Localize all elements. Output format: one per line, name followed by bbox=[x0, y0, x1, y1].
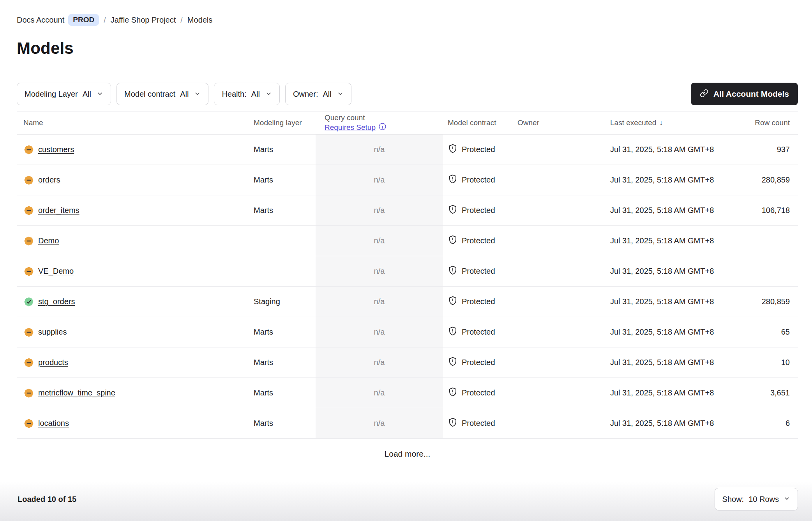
last-executed-cell: Jul 31, 2025, 5:18 AM GMT+8 bbox=[604, 256, 733, 286]
query-count-cell: n/a bbox=[316, 226, 443, 256]
query-count-cell: n/a bbox=[316, 287, 443, 317]
model-name-link[interactable]: order_items bbox=[38, 206, 79, 215]
table-body: customers Marts n/a Protected Jul 31, 20… bbox=[17, 135, 798, 439]
last-executed-cell: Jul 31, 2025, 5:18 AM GMT+8 bbox=[604, 226, 733, 256]
filter-bar: Modeling Layer All Model contract All He… bbox=[17, 83, 351, 105]
toolbar: Modeling Layer All Model contract All He… bbox=[17, 83, 798, 105]
info-icon bbox=[378, 122, 387, 133]
owner-cell bbox=[513, 226, 604, 256]
column-header-row-count[interactable]: Row count bbox=[733, 112, 798, 134]
health-warning-icon bbox=[23, 205, 34, 216]
owner-cell bbox=[513, 135, 604, 165]
chevron-down-icon bbox=[97, 90, 103, 99]
owner-cell bbox=[513, 378, 604, 408]
shield-exclamation-icon bbox=[448, 204, 458, 216]
column-header-model-contract[interactable]: Model contract bbox=[443, 112, 513, 134]
model-name-link[interactable]: locations bbox=[38, 419, 69, 428]
shield-exclamation-icon bbox=[448, 174, 458, 186]
chevron-down-icon bbox=[265, 90, 272, 99]
show-rows-select[interactable]: Show: 10 Rows bbox=[715, 488, 798, 510]
filter-label: Health: bbox=[222, 90, 246, 99]
last-executed-cell: Jul 31, 2025, 5:18 AM GMT+8 bbox=[604, 317, 733, 347]
row-count-cell: 10 bbox=[733, 347, 798, 377]
last-executed-cell: Jul 31, 2025, 5:18 AM GMT+8 bbox=[604, 165, 733, 195]
column-header-name[interactable]: Name bbox=[17, 112, 254, 134]
health-warning-icon bbox=[23, 418, 34, 429]
model-name-cell: stg_orders bbox=[17, 287, 254, 317]
environment-badge: PROD bbox=[68, 14, 99, 26]
query-count-cell: n/a bbox=[316, 317, 443, 347]
contract-label: Protected bbox=[462, 328, 495, 337]
breadcrumb-account[interactable]: Docs Account bbox=[17, 16, 64, 25]
model-name-cell: products bbox=[17, 347, 254, 377]
shield-exclamation-icon bbox=[448, 417, 458, 429]
modeling-layer-cell: Marts bbox=[254, 317, 316, 347]
link-icon bbox=[700, 89, 708, 99]
column-header-query-count: Query count Requires Setup bbox=[316, 112, 443, 134]
owner-cell bbox=[513, 317, 604, 347]
table-row: locations Marts n/a Protected Jul 31, 20… bbox=[17, 408, 798, 439]
model-contract-cell: Protected bbox=[443, 226, 513, 256]
contract-label: Protected bbox=[462, 419, 495, 428]
modeling-layer-cell: Marts bbox=[254, 135, 316, 165]
modeling-layer-cell: Marts bbox=[254, 408, 316, 438]
column-header-last-executed[interactable]: Last executed ↓ bbox=[604, 112, 733, 134]
filter-label: Modeling Layer bbox=[25, 90, 78, 99]
query-count-label: Query count bbox=[325, 113, 365, 122]
breadcrumb-current: Models bbox=[187, 16, 212, 25]
owner-cell bbox=[513, 347, 604, 377]
shield-exclamation-icon bbox=[448, 296, 458, 308]
owner-cell bbox=[513, 287, 604, 317]
table-row: Demo n/a Protected Jul 31, 2025, 5:18 AM… bbox=[17, 226, 798, 256]
model-name-link[interactable]: VE_Demo bbox=[38, 267, 74, 276]
filter-model-contract[interactable]: Model contract All bbox=[117, 83, 208, 105]
breadcrumb-project[interactable]: Jaffle Shop Project bbox=[111, 16, 176, 25]
row-count-cell bbox=[733, 226, 798, 256]
model-name-link[interactable]: Demo bbox=[38, 236, 59, 245]
filter-owner[interactable]: Owner: All bbox=[285, 83, 351, 105]
breadcrumb-separator: / bbox=[104, 16, 106, 25]
model-name-link[interactable]: stg_orders bbox=[38, 297, 75, 306]
row-count-cell: 280,859 bbox=[733, 165, 798, 195]
modeling-layer-cell: Marts bbox=[254, 347, 316, 377]
last-executed-cell: Jul 31, 2025, 5:18 AM GMT+8 bbox=[604, 287, 733, 317]
table-footer: Loaded 10 of 15 Show: 10 Rows bbox=[17, 488, 798, 510]
table-row: supplies Marts n/a Protected Jul 31, 202… bbox=[17, 317, 798, 347]
model-name-link[interactable]: metricflow_time_spine bbox=[38, 388, 115, 397]
model-name-link[interactable]: orders bbox=[38, 175, 60, 184]
model-name-cell: metricflow_time_spine bbox=[17, 378, 254, 408]
last-executed-cell: Jul 31, 2025, 5:18 AM GMT+8 bbox=[604, 195, 733, 225]
last-executed-cell: Jul 31, 2025, 5:18 AM GMT+8 bbox=[604, 135, 733, 165]
shield-exclamation-icon bbox=[448, 356, 458, 369]
contract-label: Protected bbox=[462, 388, 495, 397]
filter-value: All bbox=[251, 90, 260, 99]
table-row: order_items Marts n/a Protected Jul 31, … bbox=[17, 195, 798, 226]
query-count-cell: n/a bbox=[316, 347, 443, 377]
model-contract-cell: Protected bbox=[443, 256, 513, 286]
model-name-link[interactable]: products bbox=[38, 358, 68, 367]
model-name-link[interactable]: customers bbox=[38, 145, 74, 154]
modeling-layer-cell: Marts bbox=[254, 165, 316, 195]
model-contract-cell: Protected bbox=[443, 165, 513, 195]
filter-value: All bbox=[323, 90, 331, 99]
page-title: Models bbox=[17, 39, 798, 58]
all-account-models-button[interactable]: All Account Models bbox=[691, 83, 798, 105]
filter-modeling-layer[interactable]: Modeling Layer All bbox=[17, 83, 111, 105]
filter-health[interactable]: Health: All bbox=[214, 83, 280, 105]
last-executed-cell: Jul 31, 2025, 5:18 AM GMT+8 bbox=[604, 378, 733, 408]
health-warning-icon bbox=[23, 266, 34, 277]
filter-value: All bbox=[180, 90, 189, 99]
requires-setup-link[interactable]: Requires Setup bbox=[325, 122, 387, 133]
model-name-link[interactable]: supplies bbox=[38, 328, 67, 337]
load-more-button[interactable]: Load more... bbox=[374, 439, 441, 469]
column-header-owner[interactable]: Owner bbox=[513, 112, 604, 134]
chevron-down-icon bbox=[337, 90, 344, 99]
model-contract-cell: Protected bbox=[443, 347, 513, 377]
column-header-modeling-layer[interactable]: Modeling layer bbox=[254, 112, 316, 134]
model-name-cell: supplies bbox=[17, 317, 254, 347]
health-warning-icon bbox=[23, 327, 34, 338]
model-name-cell: order_items bbox=[17, 195, 254, 225]
rows-per-page-value: 10 Rows bbox=[748, 495, 779, 504]
contract-label: Protected bbox=[462, 175, 495, 184]
health-warning-icon bbox=[23, 175, 34, 186]
